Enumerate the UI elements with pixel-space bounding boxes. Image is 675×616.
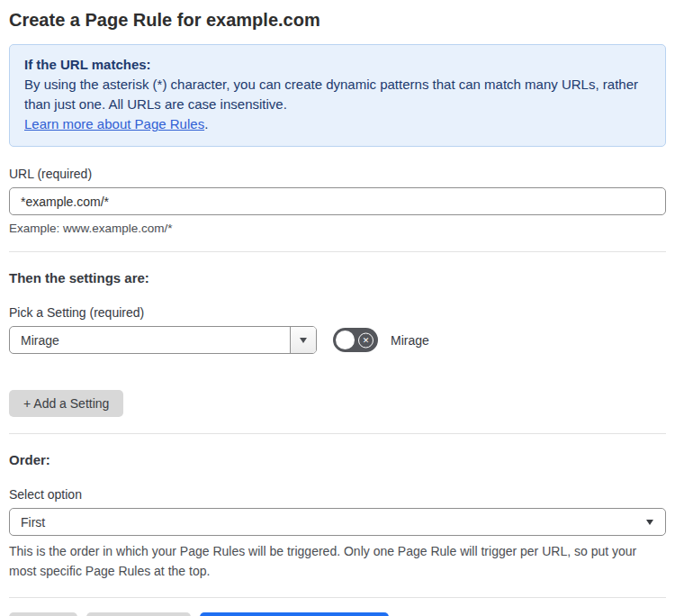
learn-more-link[interactable]: Learn more about Page Rules: [24, 116, 204, 131]
order-helper-text: This is the order in which your Page Rul…: [9, 541, 666, 581]
footer-actions: Cancel Save as Draft Save and Deploy Pag…: [9, 612, 666, 616]
order-select[interactable]: First: [9, 508, 666, 536]
pick-setting-label: Pick a Setting (required): [9, 305, 666, 320]
setting-select[interactable]: Mirage: [9, 326, 317, 354]
order-select-label: Select option: [9, 487, 666, 502]
setting-select-arrow-button[interactable]: [290, 327, 316, 353]
x-circle-icon: ✕: [358, 332, 374, 348]
add-setting-button[interactable]: + Add a Setting: [9, 390, 123, 417]
url-example-text: Example: www.example.com/*: [9, 222, 666, 235]
chevron-down-icon: [646, 520, 653, 525]
url-input[interactable]: [9, 187, 666, 215]
page-title: Create a Page Rule for example.com: [9, 7, 666, 32]
save-deploy-button[interactable]: Save and Deploy Page Rule: [200, 612, 389, 616]
chevron-down-icon: [300, 338, 307, 343]
info-box-link-line: Learn more about Page Rules.: [24, 114, 651, 134]
settings-section-heading: Then the settings are:: [9, 270, 666, 285]
link-period: .: [204, 116, 208, 131]
url-field-label: URL (required): [9, 167, 666, 181]
info-box-heading: If the URL matches:: [24, 55, 651, 75]
section-divider: [9, 433, 666, 434]
cancel-button[interactable]: Cancel: [9, 612, 77, 616]
setting-select-value: Mirage: [10, 333, 290, 348]
create-page-rule-form: Create a Page Rule for example.com If th…: [0, 0, 675, 616]
order-select-value: First: [10, 515, 646, 530]
info-box-body: By using the asterisk (*) character, you…: [24, 75, 651, 114]
toggle-knob: [336, 331, 355, 349]
section-divider: [9, 597, 666, 598]
toggle-setting-label: Mirage: [391, 333, 429, 348]
url-match-info-box: If the URL matches: By using the asteris…: [9, 44, 666, 147]
mirage-toggle[interactable]: ✕: [333, 328, 378, 352]
setting-row: Mirage ✕ Mirage: [9, 326, 666, 354]
order-section-heading: Order:: [9, 452, 666, 467]
save-draft-button[interactable]: Save as Draft: [86, 612, 192, 616]
section-divider: [9, 251, 666, 252]
